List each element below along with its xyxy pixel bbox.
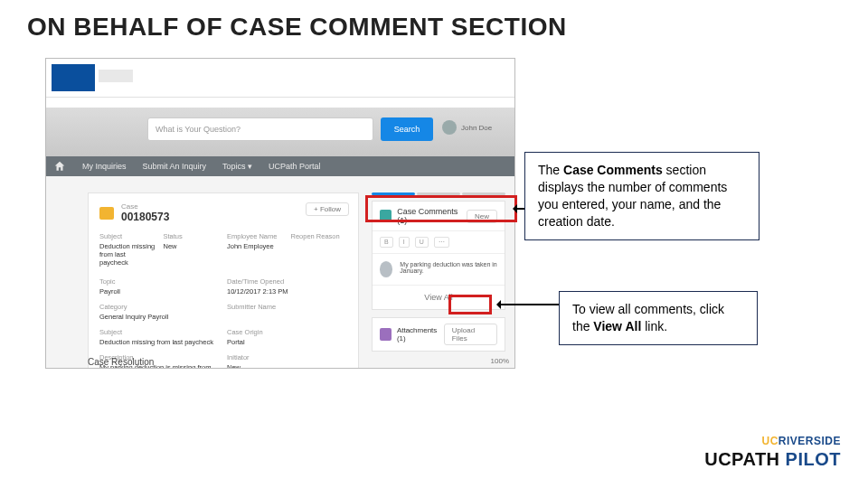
val-status: New <box>164 242 221 267</box>
lbl-reopen: Reopen Reason <box>291 232 348 240</box>
lbl-init: Initiator <box>227 353 347 361</box>
case-resolution-heading: Case Resolution <box>88 357 154 367</box>
val-subname <box>227 313 347 321</box>
callout-1: The Case Comments section displays the n… <box>524 152 760 240</box>
val-init: New <box>227 363 347 369</box>
val-reopen <box>291 242 348 267</box>
val-cat: General Inquiry Payroll <box>99 313 220 321</box>
nav-bar: My Inquiries Submit An Inquiry Topics ▾ … <box>46 156 514 176</box>
user-menu[interactable]: John Doe <box>442 120 492 135</box>
banner: What is Your Question? Search John Doe <box>46 108 514 156</box>
lbl-subname: Submitter Name <box>227 303 347 311</box>
val-subject: Deduction missing from last paycheck <box>99 242 156 267</box>
upload-files-button[interactable]: Upload Files <box>444 324 497 345</box>
attachments-title: Attachments (1) <box>397 326 444 343</box>
folder-icon <box>99 207 114 220</box>
comments-icon <box>380 210 392 222</box>
tab-2[interactable] <box>417 192 460 195</box>
user-name: John Doe <box>461 124 492 132</box>
case-card: Case 00180573 + Follow Subject Status Em… <box>88 192 359 369</box>
val-topic: Payroll <box>99 287 220 296</box>
search-button[interactable]: Search <box>381 117 433 141</box>
nav-portal[interactable]: UCPath Portal <box>269 162 321 171</box>
case-label: Case <box>121 202 169 211</box>
comment-text: My parking deduction was taken in Januar… <box>400 261 497 277</box>
tabs <box>372 192 505 195</box>
footer-logo: UCRIVERSIDE UCPATH PILOT <box>704 435 841 470</box>
view-all-link[interactable]: View All <box>373 285 505 309</box>
comment-toolbar: BIU⋯ <box>373 231 505 254</box>
val-emp: John Employee <box>227 242 284 267</box>
case-number: 00180573 <box>121 211 169 223</box>
zoom-label: 100% <box>491 357 509 365</box>
case-comments-card: Case Comments (1) New BIU⋯ My parking de… <box>372 201 505 310</box>
right-column: Case Comments (1) New BIU⋯ My parking de… <box>372 192 505 352</box>
home-icon[interactable] <box>53 160 66 173</box>
lbl-subject: Subject <box>99 232 156 240</box>
val-origin: Portal <box>227 338 347 346</box>
lbl-origin: Case Origin <box>227 328 347 336</box>
nav-submit[interactable]: Submit An Inquiry <box>143 162 207 171</box>
app-screenshot: What is Your Question? Search John Doe M… <box>45 58 515 369</box>
tab-active[interactable] <box>372 192 415 195</box>
lbl-date: Date/Time Opened <box>227 277 347 286</box>
callout-2: To view all comments, click the View All… <box>559 291 758 345</box>
lbl-topic: Topic <box>99 277 220 286</box>
val-date: 10/12/2017 2:13 PM <box>227 287 347 296</box>
nav-topics[interactable]: Topics ▾ <box>222 162 252 171</box>
val-subject2: Deduction missing from last paycheck <box>99 338 220 346</box>
uc-logo <box>52 64 95 91</box>
tab-3[interactable] <box>462 192 505 195</box>
attachment-icon <box>380 328 392 341</box>
avatar <box>442 120 457 135</box>
comment-row: My parking deduction was taken in Januar… <box>373 254 505 285</box>
lbl-subject2: Subject <box>99 328 220 336</box>
comment-avatar-icon <box>380 261 392 277</box>
follow-button[interactable]: + Follow <box>306 202 349 216</box>
nav-my-inquiries[interactable]: My Inquiries <box>82 162 127 171</box>
comments-title: Case Comments (1) <box>397 207 467 225</box>
lbl-status: Status <box>164 232 221 240</box>
lbl-emp: Employee Name <box>227 232 284 240</box>
new-comment-button[interactable]: New <box>467 210 497 223</box>
attachments-card: Attachments (1) Upload Files <box>372 317 505 352</box>
arrow-2 <box>499 304 559 305</box>
search-input[interactable]: What is Your Question? <box>147 117 373 141</box>
lbl-cat: Category <box>99 303 220 311</box>
slide-title: ON BEHALF OF CASE COMMENT SECTION <box>27 13 567 42</box>
